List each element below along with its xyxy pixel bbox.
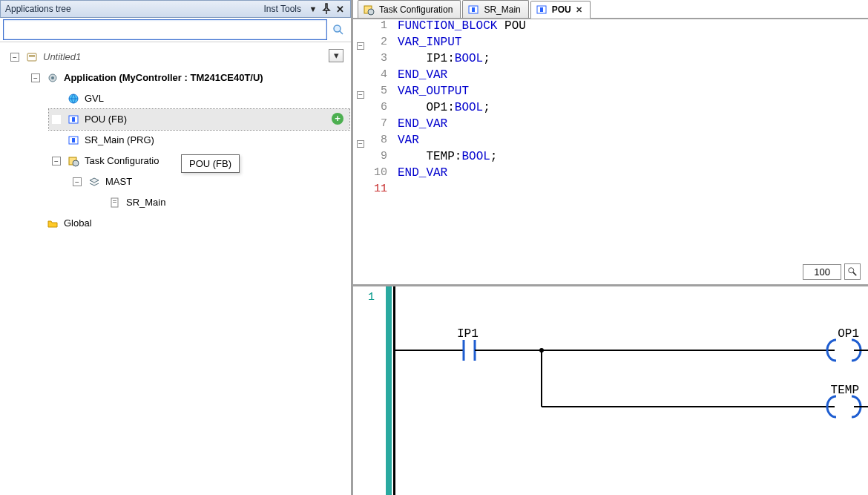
code-text[interactable]: FUNCTION_BLOCK POU VAR_INPUT IP1:BOOL; E… — [393, 19, 868, 284]
panel-tool-label: Inst Tools — [264, 4, 301, 14]
expander-icon[interactable]: − — [52, 157, 61, 165]
svg-line-24 — [853, 272, 856, 275]
add-icon[interactable]: + — [332, 113, 343, 125]
task-config-node[interactable]: Task Configuratio — [85, 151, 159, 171]
dropdown-icon[interactable]: ▼ — [307, 3, 319, 15]
coil-label-temp[interactable]: TEMP — [831, 384, 859, 397]
search-input[interactable] — [3, 19, 327, 40]
search-icon[interactable] — [329, 20, 348, 39]
svg-line-1 — [340, 31, 343, 35]
task-icon — [88, 175, 101, 189]
mast-node[interactable]: MAST — [105, 172, 132, 191]
svg-rect-3 — [29, 55, 35, 56]
panel-header: Applications tree Inst Tools ▼ ✕ — [0, 0, 351, 18]
tab-sr-main[interactable]: SR_Main — [462, 0, 528, 18]
coil-label-op1[interactable]: OP1 — [838, 327, 859, 341]
fold-gutter: − − − — [353, 19, 368, 284]
editor-tabs: Task Configuration SR_Main POU ✕ — [353, 0, 868, 19]
program-icon — [67, 134, 80, 147]
svg-point-18 — [368, 9, 374, 15]
function-block-icon — [467, 4, 479, 16]
declaration-editor[interactable]: − − − 123 456 789 1011 FUNCTION_BLOCK PO… — [353, 19, 868, 286]
expander-icon[interactable]: − — [10, 53, 19, 62]
svg-point-6 — [51, 76, 54, 79]
power-rail-highlight — [386, 286, 392, 495]
svg-rect-16 — [113, 202, 116, 203]
tab-label: POU — [552, 4, 571, 15]
pou-call-icon — [108, 196, 122, 209]
tab-pou[interactable]: POU ✕ — [530, 1, 591, 19]
function-block-icon — [67, 113, 80, 126]
tab-label: SR_Main — [484, 4, 520, 15]
tree-dropdown-button[interactable]: ▾ — [329, 49, 343, 62]
applications-tree[interactable]: − Untitled1 ▾ − — [3, 47, 349, 234]
tooltip: POU (FB) — [181, 154, 240, 173]
global-node[interactable]: Global — [64, 214, 92, 233]
function-block-icon — [536, 4, 548, 16]
pou-node[interactable]: POU (FB) — [85, 110, 127, 129]
svg-rect-22 — [540, 7, 543, 12]
tab-close-icon[interactable]: ✕ — [576, 5, 582, 15]
rung-number: 1 — [368, 291, 375, 304]
svg-rect-4 — [29, 56, 35, 57]
expander-icon[interactable]: − — [73, 177, 82, 186]
task-config-icon — [363, 4, 375, 16]
expander-icon[interactable]: − — [31, 73, 40, 82]
close-icon[interactable]: ✕ — [334, 3, 346, 15]
tab-task-configuration[interactable]: Task Configuration — [358, 0, 461, 18]
project-root-label[interactable]: Untitled1 — [43, 47, 81, 67]
contact-label-ip1[interactable]: IP1 — [457, 327, 479, 341]
ladder-editor[interactable]: 1 — [353, 286, 868, 495]
project-icon — [25, 50, 39, 64]
gvl-node[interactable]: GVL — [85, 89, 104, 108]
svg-rect-9 — [72, 117, 75, 122]
mast-srmain-node[interactable]: SR_Main — [126, 193, 165, 212]
svg-point-23 — [849, 268, 854, 273]
svg-rect-11 — [72, 138, 75, 142]
fold-icon[interactable]: − — [357, 42, 364, 50]
folder-icon — [46, 217, 59, 230]
line-number-gutter: 123 456 789 1011 — [368, 19, 393, 284]
zoom-level[interactable]: 100 — [803, 264, 841, 280]
fold-icon[interactable]: − — [357, 140, 364, 148]
ladder-diagram — [393, 286, 868, 479]
srmain-node[interactable]: SR_Main (PRG) — [85, 131, 154, 150]
pin-icon[interactable] — [320, 3, 332, 15]
svg-rect-15 — [113, 200, 116, 201]
panel-title: Applications tree — [5, 4, 264, 14]
globe-icon — [67, 92, 80, 105]
application-icon — [46, 71, 59, 85]
zoom-icon[interactable] — [844, 263, 861, 280]
task-config-icon — [67, 154, 80, 168]
tab-label: Task Configuration — [379, 4, 453, 15]
application-node[interactable]: Application (MyController : TM241CE40T/U… — [64, 68, 263, 88]
fold-icon[interactable]: − — [357, 91, 364, 99]
svg-point-13 — [73, 160, 79, 166]
svg-rect-20 — [472, 7, 475, 12]
